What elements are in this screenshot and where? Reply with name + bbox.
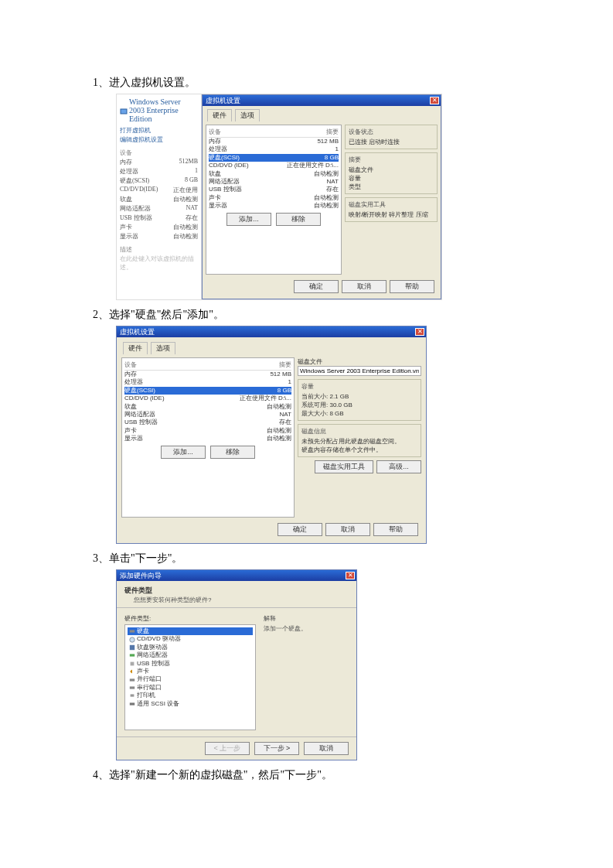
hardware-list-label: 硬件类型:: [124, 614, 256, 623]
description-pane: 解释 添加一个硬盘。: [264, 614, 349, 730]
summary-line: 类型: [349, 183, 434, 191]
svg-marker-6: [131, 670, 132, 674]
cd-dvd-icon: [129, 637, 135, 643]
remove-button[interactable]: 移除: [276, 213, 321, 226]
advanced-button[interactable]: 高级...: [376, 460, 421, 473]
list-item[interactable]: CD/DVD (IDE)正在使用文件 D:\...: [209, 162, 339, 169]
list-item-selected[interactable]: 硬盘(SCSI)8 GB: [124, 387, 291, 395]
disk-utilities-button[interactable]: 磁盘实用工具: [315, 460, 373, 473]
list-item[interactable]: 并行端口: [128, 675, 253, 683]
list-item[interactable]: 网络适配器NAT: [209, 178, 339, 186]
step-2-text: 2、选择"硬盘"然后"添加"。: [93, 306, 520, 323]
list-item-selected[interactable]: 硬盘(SCSI)8 GB: [209, 154, 339, 162]
svg-rect-9: [131, 695, 135, 697]
usb-controller-icon: [129, 661, 135, 667]
vm-icon: [120, 108, 126, 114]
ok-button[interactable]: 确定: [294, 280, 339, 293]
dialog-title: 虚拟机设置: [120, 327, 155, 337]
summary-row: 内存512MB: [120, 158, 198, 166]
summary-row: 显示器自动检测: [120, 232, 198, 241]
list-item[interactable]: 网络适配器NAT: [124, 411, 291, 419]
list-item[interactable]: 打印机: [128, 692, 253, 699]
list-item[interactable]: 内存512 MB: [209, 138, 339, 145]
list-item[interactable]: 软盘驱动器: [128, 644, 253, 651]
vm-settings-dialog: 虚拟机设置 ✕ 硬件 选项 设备摘要 内存512 MB 处理器1 硬盘(SCSI…: [202, 94, 441, 299]
step-1-text: 1、进入虚拟机设置。: [93, 74, 520, 91]
capacity-heading: 容量: [301, 382, 417, 391]
device-list[interactable]: 设备摘要 内存512 MB 处理器1 硬盘(SCSI)8 GB CD/DVD (…: [121, 357, 295, 518]
col-device: 设备: [209, 128, 221, 136]
disk-info-heading: 磁盘信息: [301, 427, 417, 436]
list-item-selected[interactable]: 硬盘: [128, 627, 253, 635]
ok-button[interactable]: 确定: [278, 523, 322, 536]
cancel-button[interactable]: 取消: [325, 523, 370, 536]
list-item[interactable]: USB 控制器存在: [209, 186, 339, 193]
wizard-heading: 硬件类型: [124, 586, 349, 596]
help-button[interactable]: 帮助: [373, 523, 418, 536]
help-button[interactable]: 帮助: [390, 280, 434, 293]
list-item[interactable]: CD/DVD 驱动器: [128, 635, 253, 643]
open-vm-link[interactable]: 打开虚拟机: [120, 126, 198, 135]
list-item[interactable]: 通用 SCSI 设备: [128, 700, 253, 708]
list-item[interactable]: 显示器自动检测: [124, 435, 291, 443]
summary-row: 处理器1: [120, 167, 198, 176]
figure-2-vm-settings-dialog: 虚拟机设置 ✕ 硬件 选项 设备摘要 内存512 MB 处理器1 硬盘(SCSI…: [116, 326, 427, 544]
list-item[interactable]: CD/DVD (IDE)正在使用文件 D:\...: [124, 395, 291, 402]
col-device: 设备: [124, 361, 137, 369]
list-item[interactable]: 处理器1: [124, 378, 291, 386]
svg-rect-4: [130, 654, 135, 657]
svg-rect-10: [130, 702, 135, 705]
figure-3-add-hardware-wizard: 添加硬件向导 ✕ 硬件类型 您想要安装何种类型的硬件? 硬件类型: 硬盘 CD/…: [116, 569, 357, 760]
list-item[interactable]: 声卡: [128, 668, 253, 675]
summary-row: 网络适配器NAT: [120, 204, 198, 213]
list-item[interactable]: USB 控制器存在: [124, 419, 291, 426]
list-item[interactable]: 声卡自动检测: [124, 427, 291, 435]
disk-info-line: 硬盘内容存储在单个文件中。: [301, 446, 417, 454]
titlebar: 虚拟机设置 ✕: [117, 326, 426, 337]
svg-rect-7: [130, 678, 135, 681]
network-adapter-icon: [129, 652, 135, 658]
device-list[interactable]: 设备摘要 内存512 MB 处理器1 硬盘(SCSI)8 GB CD/DVD (…: [206, 125, 342, 275]
add-button[interactable]: 添加...: [226, 213, 271, 226]
list-item[interactable]: 软盘自动检测: [124, 403, 291, 411]
list-item[interactable]: 网络适配器: [128, 651, 253, 659]
summary-heading: 摘要: [349, 155, 434, 164]
add-button[interactable]: 添加...: [161, 446, 206, 459]
hardware-type-list[interactable]: 硬盘 CD/DVD 驱动器 软盘驱动器 网络适配器 USB 控制器 声卡 并行端…: [124, 624, 256, 730]
remove-button[interactable]: 移除: [210, 446, 255, 459]
cancel-button[interactable]: 取消: [342, 280, 387, 293]
disk-info-line: 未预先分配占用此硬盘的磁盘空间。: [301, 437, 417, 446]
list-item[interactable]: 软盘自动检测: [209, 170, 339, 178]
summary-line: 磁盘文件: [349, 166, 434, 174]
step-4-text: 4、选择"新建一个新的虚拟磁盘"，然后"下一步"。: [93, 767, 520, 783]
list-item[interactable]: 内存512 MB: [124, 371, 291, 378]
svg-rect-8: [130, 686, 135, 689]
edit-vm-settings-link[interactable]: 编辑虚拟机设置: [120, 135, 198, 144]
col-summary: 摘要: [279, 361, 291, 369]
next-button[interactable]: 下一步 >: [254, 742, 299, 755]
cancel-button[interactable]: 取消: [304, 742, 349, 755]
dialog-title: 添加硬件向导: [120, 571, 162, 581]
svg-point-2: [130, 637, 135, 641]
tab-options[interactable]: 选项: [151, 342, 175, 354]
list-item[interactable]: 声卡自动检测: [209, 194, 339, 202]
description-text: 添加一个硬盘。: [264, 624, 349, 633]
capacity-line: 系统可用: 30.0 GB: [301, 401, 417, 409]
utilities-text: 映射/断开映射 碎片整理 压缩: [349, 210, 434, 219]
tab-hardware[interactable]: 硬件: [123, 342, 148, 354]
close-icon[interactable]: ✕: [415, 328, 424, 336]
vm-title: Windows Server 2003 Enterprise Edition: [120, 97, 198, 123]
tab-options[interactable]: 选项: [235, 109, 260, 121]
list-item[interactable]: 显示器自动检测: [209, 202, 339, 210]
list-item[interactable]: USB 控制器: [128, 660, 253, 668]
list-item[interactable]: 串行端口: [128, 684, 253, 692]
capacity-line: 当前大小: 2.1 GB: [301, 392, 417, 401]
list-item[interactable]: 处理器1: [209, 145, 339, 153]
tab-hardware[interactable]: 硬件: [207, 109, 232, 121]
description-label: 解释: [264, 614, 349, 623]
close-icon[interactable]: ✕: [430, 97, 439, 104]
disk-file-field[interactable]: [298, 366, 421, 376]
svg-rect-0: [121, 109, 127, 114]
close-icon[interactable]: ✕: [346, 572, 355, 579]
devices-heading: 设备: [120, 149, 198, 157]
